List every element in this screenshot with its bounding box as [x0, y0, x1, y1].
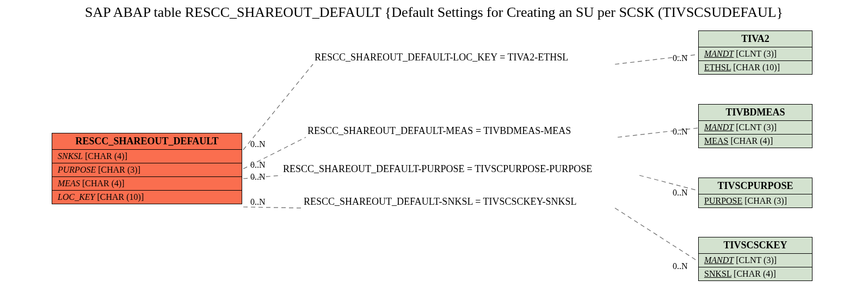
field-type: [CLNT (3)] — [736, 49, 777, 58]
field-name: MEAS — [704, 136, 728, 145]
field-type: [CHAR (4)] — [85, 151, 127, 161]
field-name: SNKSL — [58, 151, 83, 161]
cardinality-right-3: 0..N — [673, 188, 688, 198]
rel-label-meas: RESCC_SHAREOUT_DEFAULT-MEAS = TIVBDMEAS-… — [307, 125, 571, 137]
field-type: [CHAR (3)] — [98, 165, 140, 174]
cardinality-left-2: 0..N — [250, 160, 266, 170]
rel-label-lockey: RESCC_SHAREOUT_DEFAULT-LOC_KEY = TIVA2-E… — [315, 52, 568, 63]
field-type: [CHAR (4)] — [730, 136, 773, 145]
rel-label-snksl: RESCC_SHAREOUT_DEFAULT-SNKSL = TIVSCSCKE… — [304, 196, 577, 208]
field-name: MANDT — [704, 255, 734, 265]
field-name: PURPOSE — [704, 196, 742, 205]
svg-line-5 — [639, 175, 698, 191]
field-name: ETHSL — [704, 63, 731, 72]
entity-tivscsckey: TIVSCSCKEY MANDT [CLNT (3)] SNKSL [CHAR … — [698, 237, 812, 281]
entity-header: TIVSCSCKEY — [699, 237, 812, 254]
field-purpose: PURPOSE [CHAR (3)] — [52, 163, 242, 177]
cardinality-right-4: 0..N — [673, 261, 688, 271]
field-name: MANDT — [704, 49, 734, 58]
field-type: [CHAR (10)] — [733, 63, 780, 72]
svg-line-0 — [243, 64, 313, 150]
field-name: SNKSL — [704, 269, 731, 278]
entity-tivscpurpose: TIVSCPURPOSE PURPOSE [CHAR (3)] — [698, 178, 812, 208]
field-name: PURPOSE — [58, 165, 96, 174]
field-meas: MEAS [CHAR (4)] — [699, 135, 812, 148]
cardinality-left-1: 0..N — [250, 139, 266, 149]
svg-line-7 — [615, 208, 698, 261]
cardinality-left-3: 0..N — [250, 172, 266, 182]
rel-label-purpose: RESCC_SHAREOUT_DEFAULT-PURPOSE = TIVSCPU… — [283, 163, 592, 175]
field-name: MANDT — [704, 123, 734, 132]
entity-header: TIVSCPURPOSE — [699, 178, 812, 194]
entity-header: RESCC_SHAREOUT_DEFAULT — [52, 133, 242, 150]
cardinality-left-4: 0..N — [250, 197, 266, 207]
field-type: [CHAR (3)] — [744, 196, 787, 205]
field-mandt: MANDT [CLNT (3)] — [699, 47, 812, 61]
field-ethsl: ETHSL [CHAR (10)] — [699, 61, 812, 74]
field-snksl: SNKSL [CHAR (4)] — [699, 267, 812, 280]
entity-tiva2: TIVA2 MANDT [CLNT (3)] ETHSL [CHAR (10)] — [698, 30, 812, 75]
entity-rescc-shareout-default: RESCC_SHAREOUT_DEFAULT SNKSL [CHAR (4)] … — [52, 133, 242, 204]
field-type: [CLNT (3)] — [736, 255, 777, 265]
field-name: LOC_KEY — [58, 192, 95, 202]
entity-header: TIVA2 — [699, 31, 812, 47]
field-type: [CLNT (3)] — [736, 123, 777, 132]
field-name: MEAS — [58, 179, 80, 188]
field-meas: MEAS [CHAR (4)] — [52, 177, 242, 191]
field-type: [CHAR (10)] — [97, 192, 144, 202]
cardinality-right-2: 0..N — [673, 127, 688, 137]
diagram-title: SAP ABAP table RESCC_SHAREOUT_DEFAULT {D… — [0, 4, 868, 21]
field-mandt: MANDT [CLNT (3)] — [699, 254, 812, 267]
field-type: [CHAR (4)] — [82, 179, 125, 188]
cardinality-right-1: 0..N — [673, 53, 688, 63]
field-lockey: LOC_KEY [CHAR (10)] — [52, 191, 242, 204]
field-purpose: PURPOSE [CHAR (3)] — [699, 194, 812, 208]
field-mandt: MANDT [CLNT (3)] — [699, 121, 812, 135]
field-snksl: SNKSL [CHAR (4)] — [52, 150, 242, 163]
field-type: [CHAR (4)] — [734, 269, 776, 278]
entity-header: TIVBDMEAS — [699, 105, 812, 121]
entity-tivbdmeas: TIVBDMEAS MANDT [CLNT (3)] MEAS [CHAR (4… — [698, 104, 812, 148]
svg-line-6 — [243, 207, 302, 208]
